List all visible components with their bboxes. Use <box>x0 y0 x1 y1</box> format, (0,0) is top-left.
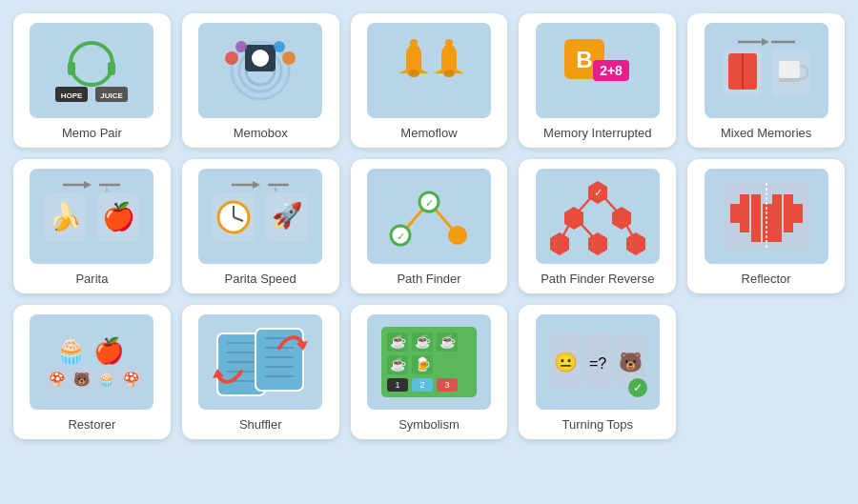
icon-memobox <box>198 23 322 118</box>
card-parita-speed[interactable]: ♪ 🚀 Parita Speed <box>182 159 339 293</box>
svg-rect-96 <box>784 223 793 232</box>
icon-memoflow <box>367 23 491 118</box>
svg-text:🧁: 🧁 <box>55 335 87 366</box>
icon-mixed-memories <box>705 23 828 118</box>
svg-point-11 <box>252 50 269 67</box>
card-memobox[interactable]: Memobox <box>182 13 339 148</box>
svg-text:🐻: 🐻 <box>618 351 642 373</box>
svg-rect-16 <box>410 39 418 47</box>
svg-point-58 <box>448 226 467 245</box>
label-mixed-memories: Mixed Memories <box>721 126 811 140</box>
svg-point-17 <box>408 70 419 77</box>
label-path-finder-reverse: Path Finder Reverse <box>541 272 654 286</box>
icon-restorer: 🧁 🍎 🍄 🐻 🧁 🍄 <box>30 314 153 410</box>
svg-rect-77 <box>784 194 793 204</box>
svg-rect-93 <box>751 223 761 232</box>
svg-point-0 <box>71 43 112 85</box>
svg-marker-35 <box>84 181 92 189</box>
label-memo-pair: Memo Pair <box>62 126 122 140</box>
label-reflector: Reflector <box>742 272 791 286</box>
svg-point-19 <box>443 70 455 77</box>
svg-rect-80 <box>751 204 761 213</box>
card-symbolism[interactable]: ☕ ☕ ☕ ☕ 🍺 1 2 3 Symbolism <box>351 305 508 439</box>
svg-rect-89 <box>772 213 782 223</box>
card-memoflow[interactable]: Memoflow <box>351 13 508 148</box>
card-memo-pair[interactable]: HOPE JUICE Memo Pair <box>13 13 171 148</box>
card-reflector[interactable]: Reflector <box>687 159 845 293</box>
svg-marker-43 <box>253 181 260 189</box>
icon-parita: ♪ 🍌 🍎 <box>30 169 153 264</box>
svg-rect-81 <box>763 204 772 213</box>
svg-text:🍎: 🍎 <box>93 335 125 366</box>
icon-turning-tops: 😐 =? 🐻 ✓ <box>536 314 660 410</box>
svg-text:=?: =? <box>589 355 606 372</box>
icon-symbolism: ☕ ☕ ☕ ☕ 🍺 1 2 3 <box>367 314 491 410</box>
card-shuffler[interactable]: Shuffler <box>182 305 339 439</box>
svg-text:B: B <box>576 47 592 72</box>
svg-text:3: 3 <box>444 380 449 390</box>
icon-path-finder-reverse: ✓ <box>536 169 660 264</box>
svg-rect-75 <box>751 194 761 204</box>
svg-text:☕: ☕ <box>389 333 406 350</box>
card-restorer[interactable]: 🧁 🍎 🍄 🐻 🧁 🍄 Restorer <box>13 305 171 439</box>
svg-text:✓: ✓ <box>424 197 433 209</box>
svg-text:JUICE: JUICE <box>101 91 124 100</box>
svg-rect-92 <box>740 223 749 232</box>
svg-rect-88 <box>763 213 772 223</box>
label-restorer: Restorer <box>68 417 115 432</box>
icon-path-finder: ✓ ✓ <box>367 169 491 264</box>
label-parita: Parita <box>75 272 108 286</box>
label-memoflow: Memoflow <box>400 126 457 140</box>
svg-rect-86 <box>740 213 749 223</box>
svg-text:🍄: 🍄 <box>49 372 66 388</box>
card-path-finder[interactable]: ✓ ✓ Path Finder <box>351 159 508 293</box>
svg-rect-78 <box>730 204 740 213</box>
svg-rect-95 <box>772 223 782 232</box>
svg-rect-82 <box>772 204 782 213</box>
svg-rect-83 <box>784 204 793 213</box>
label-symbolism: Symbolism <box>398 417 460 432</box>
svg-text:☕: ☕ <box>389 356 406 373</box>
svg-rect-98 <box>763 232 772 242</box>
svg-rect-74 <box>740 194 749 204</box>
label-path-finder: Path Finder <box>397 272 460 286</box>
icon-reflector <box>705 169 828 264</box>
svg-marker-70 <box>550 232 569 255</box>
card-parita[interactable]: ♪ 🍌 🍎 Parita <box>13 159 171 293</box>
icon-shuffler <box>198 314 322 410</box>
svg-rect-76 <box>772 194 782 204</box>
card-path-finder-reverse[interactable]: ✓ Path Finder Reverse <box>519 159 676 293</box>
icon-parita-speed: ♪ 🚀 <box>198 169 322 264</box>
svg-text:✓: ✓ <box>593 187 602 198</box>
label-parita-speed: Parita Speed <box>225 272 296 286</box>
svg-rect-90 <box>784 213 793 223</box>
svg-point-14 <box>235 41 247 52</box>
svg-text:HOPE: HOPE <box>61 91 83 100</box>
label-turning-tops: Turning Tops <box>562 417 633 432</box>
label-memory-interrupted: Memory Interrupted <box>543 126 651 140</box>
svg-marker-72 <box>626 232 645 255</box>
svg-point-13 <box>282 51 296 65</box>
svg-rect-91 <box>793 213 803 223</box>
svg-text:✓: ✓ <box>396 231 404 242</box>
svg-rect-97 <box>751 232 761 242</box>
card-mixed-memories[interactable]: Mixed Memories <box>687 13 845 148</box>
svg-text:😐: 😐 <box>553 351 577 373</box>
svg-rect-85 <box>730 213 740 223</box>
card-turning-tops[interactable]: 😐 =? 🐻 ✓ Turning Tops <box>519 305 676 439</box>
svg-text:🍎: 🍎 <box>102 201 135 232</box>
svg-text:1: 1 <box>395 380 399 390</box>
svg-rect-84 <box>793 204 803 213</box>
card-memory-interrupted[interactable]: B 2+8 Memory Interrupted <box>519 13 676 148</box>
svg-text:2+8: 2+8 <box>600 63 623 78</box>
svg-rect-2 <box>108 62 115 75</box>
svg-text:🚀: 🚀 <box>272 200 303 231</box>
svg-text:🍌: 🍌 <box>49 201 82 232</box>
svg-rect-31 <box>779 61 800 78</box>
svg-text:🍄: 🍄 <box>123 372 140 388</box>
svg-text:2: 2 <box>419 380 424 390</box>
svg-point-15 <box>274 41 285 52</box>
svg-rect-94 <box>763 223 772 232</box>
label-shuffler: Shuffler <box>239 417 282 432</box>
svg-rect-1 <box>68 62 75 75</box>
